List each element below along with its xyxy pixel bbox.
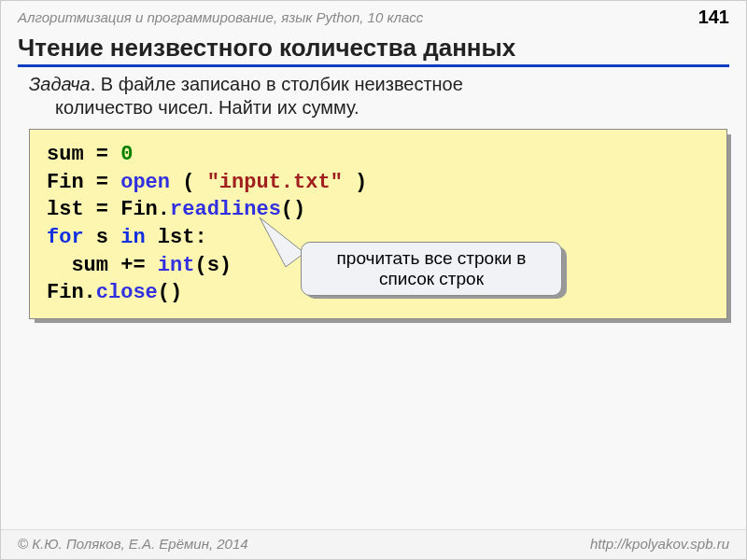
callout-line1: прочитать все строки в (311, 248, 552, 269)
task-line1: . В файле записано в столбик неизвестное (91, 74, 463, 94)
code-token: lst (47, 198, 84, 221)
code-line: Fin = open ( "input.txt" ) (47, 169, 710, 197)
code-line: lst = Fin.readlines() (47, 196, 710, 224)
code-token: = (84, 171, 121, 194)
code-token: "input.txt" (207, 171, 343, 194)
code-token: = (84, 198, 121, 221)
code-token: Fin. (120, 198, 170, 221)
code-token: for (47, 226, 84, 249)
code-token: ) (343, 171, 367, 194)
code-token: open (120, 171, 170, 194)
code-token: 0 (120, 143, 133, 166)
task-text: Задача. В файле записано в столбик неизв… (29, 73, 718, 119)
footer-copyright: © К.Ю. Поляков, Е.А. Ерёмин, 2014 (18, 536, 248, 552)
code-token: Fin. (47, 281, 96, 304)
code-token: () (158, 281, 182, 304)
code-block: sum = 0 Fin = open ( "input.txt" ) lst =… (29, 129, 727, 319)
slide-header: Алгоритмизация и программирование, язык … (1, 1, 746, 32)
code-token: Fin (47, 171, 84, 194)
code-line: sum = 0 (47, 141, 710, 169)
code-token: lst: (146, 226, 207, 249)
callout-line2: список строк (311, 269, 552, 289)
code-token: close (96, 281, 158, 304)
footer-url: http://kpolyakov.spb.ru (590, 536, 729, 552)
code-box: sum = 0 Fin = open ( "input.txt" ) lst =… (29, 129, 727, 319)
task-line2: количество чисел. Найти их сумму. (55, 96, 718, 119)
code-token: s (84, 226, 121, 249)
code-token: in (120, 226, 145, 249)
code-token: += (108, 254, 158, 277)
code-token: (s) (194, 254, 232, 277)
code-token: sum (47, 254, 108, 277)
callout: прочитать все строки в список строк (301, 242, 571, 296)
slide-title: Чтение неизвестного количества данных (18, 34, 729, 67)
code-token: = (84, 143, 121, 166)
code-token: sum (47, 143, 84, 166)
course-name: Алгоритмизация и программирование, язык … (18, 9, 423, 25)
slide-footer: © К.Ю. Поляков, Е.А. Ерёмин, 2014 http:/… (1, 529, 746, 559)
callout-box: прочитать все строки в список строк (301, 242, 562, 296)
task-label: Задача (29, 74, 91, 94)
code-token: ( (170, 171, 207, 194)
code-token: int (158, 254, 195, 277)
svg-marker-0 (260, 217, 304, 267)
page-number: 141 (698, 7, 729, 28)
